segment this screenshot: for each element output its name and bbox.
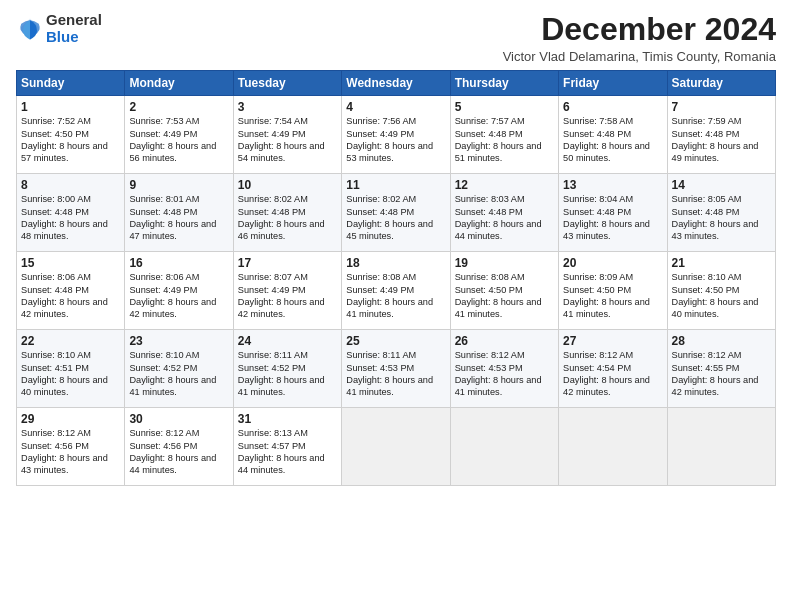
table-row: 15Sunrise: 8:06 AM Sunset: 4:48 PM Dayli…	[17, 252, 125, 330]
table-row: 25Sunrise: 8:11 AM Sunset: 4:53 PM Dayli…	[342, 330, 450, 408]
table-row: 18Sunrise: 8:08 AM Sunset: 4:49 PM Dayli…	[342, 252, 450, 330]
header-saturday: Saturday	[667, 71, 775, 96]
calendar-table: Sunday Monday Tuesday Wednesday Thursday…	[16, 70, 776, 486]
table-row: 29Sunrise: 8:12 AM Sunset: 4:56 PM Dayli…	[17, 408, 125, 486]
header: General Blue December 2024 Victor Vlad D…	[16, 12, 776, 64]
table-row: 23Sunrise: 8:10 AM Sunset: 4:52 PM Dayli…	[125, 330, 233, 408]
table-row: 5Sunrise: 7:57 AM Sunset: 4:48 PM Daylig…	[450, 96, 558, 174]
table-row	[450, 408, 558, 486]
table-row: 21Sunrise: 8:10 AM Sunset: 4:50 PM Dayli…	[667, 252, 775, 330]
table-row: 11Sunrise: 8:02 AM Sunset: 4:48 PM Dayli…	[342, 174, 450, 252]
table-row: 20Sunrise: 8:09 AM Sunset: 4:50 PM Dayli…	[559, 252, 667, 330]
table-row: 13Sunrise: 8:04 AM Sunset: 4:48 PM Dayli…	[559, 174, 667, 252]
logo-blue-text: Blue	[46, 29, 102, 46]
table-row: 7Sunrise: 7:59 AM Sunset: 4:48 PM Daylig…	[667, 96, 775, 174]
table-row: 31Sunrise: 8:13 AM Sunset: 4:57 PM Dayli…	[233, 408, 341, 486]
table-row: 6Sunrise: 7:58 AM Sunset: 4:48 PM Daylig…	[559, 96, 667, 174]
page: General Blue December 2024 Victor Vlad D…	[0, 0, 792, 612]
table-row: 8Sunrise: 8:00 AM Sunset: 4:48 PM Daylig…	[17, 174, 125, 252]
logo-icon	[16, 15, 44, 43]
header-thursday: Thursday	[450, 71, 558, 96]
header-friday: Friday	[559, 71, 667, 96]
header-tuesday: Tuesday	[233, 71, 341, 96]
table-row: 12Sunrise: 8:03 AM Sunset: 4:48 PM Dayli…	[450, 174, 558, 252]
table-row: 28Sunrise: 8:12 AM Sunset: 4:55 PM Dayli…	[667, 330, 775, 408]
table-row: 4Sunrise: 7:56 AM Sunset: 4:49 PM Daylig…	[342, 96, 450, 174]
days-header-row: Sunday Monday Tuesday Wednesday Thursday…	[17, 71, 776, 96]
table-row	[559, 408, 667, 486]
table-row: 22Sunrise: 8:10 AM Sunset: 4:51 PM Dayli…	[17, 330, 125, 408]
subtitle: Victor Vlad Delamarina, Timis County, Ro…	[503, 49, 776, 64]
table-row: 19Sunrise: 8:08 AM Sunset: 4:50 PM Dayli…	[450, 252, 558, 330]
table-row: 27Sunrise: 8:12 AM Sunset: 4:54 PM Dayli…	[559, 330, 667, 408]
table-row: 10Sunrise: 8:02 AM Sunset: 4:48 PM Dayli…	[233, 174, 341, 252]
table-row	[342, 408, 450, 486]
table-row: 2Sunrise: 7:53 AM Sunset: 4:49 PM Daylig…	[125, 96, 233, 174]
table-row: 9Sunrise: 8:01 AM Sunset: 4:48 PM Daylig…	[125, 174, 233, 252]
header-sunday: Sunday	[17, 71, 125, 96]
table-row: 30Sunrise: 8:12 AM Sunset: 4:56 PM Dayli…	[125, 408, 233, 486]
table-row: 1Sunrise: 7:52 AM Sunset: 4:50 PM Daylig…	[17, 96, 125, 174]
table-row: 24Sunrise: 8:11 AM Sunset: 4:52 PM Dayli…	[233, 330, 341, 408]
header-monday: Monday	[125, 71, 233, 96]
logo-text: General Blue	[46, 12, 102, 45]
logo: General Blue	[16, 12, 102, 45]
month-title: December 2024	[503, 12, 776, 47]
table-row: 16Sunrise: 8:06 AM Sunset: 4:49 PM Dayli…	[125, 252, 233, 330]
table-row: 3Sunrise: 7:54 AM Sunset: 4:49 PM Daylig…	[233, 96, 341, 174]
table-row	[667, 408, 775, 486]
logo-general-text: General	[46, 12, 102, 29]
table-row: 26Sunrise: 8:12 AM Sunset: 4:53 PM Dayli…	[450, 330, 558, 408]
header-wednesday: Wednesday	[342, 71, 450, 96]
table-row: 17Sunrise: 8:07 AM Sunset: 4:49 PM Dayli…	[233, 252, 341, 330]
table-row: 14Sunrise: 8:05 AM Sunset: 4:48 PM Dayli…	[667, 174, 775, 252]
title-block: December 2024 Victor Vlad Delamarina, Ti…	[503, 12, 776, 64]
